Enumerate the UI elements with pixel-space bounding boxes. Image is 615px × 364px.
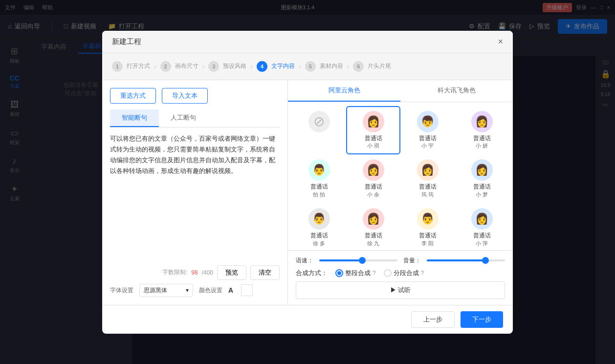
import-text-button[interactable]: 导入文本 [162, 88, 208, 104]
mode-tab-manual[interactable]: 人工断句 [159, 109, 208, 127]
voice-tab-ifly[interactable]: 科大讯飞角色 [400, 80, 513, 102]
modal-close-button[interactable]: × [498, 37, 503, 47]
modal-footer: 上一步 下一步 [102, 305, 513, 334]
char-current: 98 [191, 269, 198, 276]
volume-slider[interactable] [427, 259, 505, 261]
xiaomeng-name: 小 梦 [476, 191, 488, 198]
step-2-num: 2 [160, 61, 171, 72]
new-project-modal: 新建工程 × 1 打开方式 › 2 画布尺寸 › 3 预设风格 › 4 文字内容 [102, 31, 513, 334]
step-arrow-5: › [347, 63, 350, 70]
combine-full-help: ? [373, 270, 376, 277]
liyang-type: 普通话 [419, 232, 437, 240]
step-arrow-4: › [299, 63, 301, 70]
step-4: 4 文字内容 [257, 61, 295, 72]
voice-panel: 阿里云角色 科大讯飞角色 ⊘ 👩 普通话 小 琪 [288, 80, 513, 305]
combine-segment-radio[interactable]: 分段合成 ? [384, 269, 424, 278]
font-label: 字体设置 [110, 286, 133, 295]
combine-segment-help: ? [421, 270, 424, 277]
speed-label: 语速： [296, 257, 313, 265]
voice-tab-ali[interactable]: 阿里云角色 [288, 80, 400, 102]
prev-step-button[interactable]: 上一步 [411, 311, 455, 328]
next-step-button[interactable]: 下一步 [461, 311, 503, 328]
char-max: /400 [202, 269, 213, 276]
xiaomeng-avatar: 👩 [471, 159, 493, 181]
steps-bar: 1 打开方式 › 2 画布尺寸 › 3 预设风格 › 4 文字内容 › 5 素材… [102, 53, 513, 80]
xiaoqi-avatar: 👩 [363, 111, 384, 132]
speed-fill [319, 259, 362, 261]
qiuqiu-name: 筠 筠 [421, 191, 434, 198]
voice-card-xujiu[interactable]: 👩 普通话 徐 九 [346, 203, 400, 250]
step-2-label: 画布尺寸 [175, 62, 198, 70]
step-4-label: 文字内容 [271, 62, 295, 70]
xiaoyu2-type: 普通话 [365, 183, 382, 191]
voice-card-qiuqiu[interactable]: 👩 普通话 筠 筠 [400, 154, 455, 203]
modal-title: 新建工程 [112, 37, 141, 46]
listen-button[interactable]: ▶ 试听 [296, 281, 505, 299]
xujiu-name: 徐 九 [367, 240, 379, 247]
mode-tabs: 智能断句 人工断句 [110, 109, 280, 128]
volume-thumb[interactable] [482, 257, 489, 264]
xiaoping-avatar: 👩 [471, 208, 493, 230]
volume-label: 音量： [403, 257, 421, 265]
color-a-icon: A [228, 286, 233, 294]
step-5-num: 5 [305, 61, 316, 72]
step-6-num: 6 [353, 61, 364, 72]
step-1-label: 打开方式 [127, 62, 150, 70]
qiuqiu-type: 普通话 [419, 183, 437, 191]
reselect-button[interactable]: 重选方式 [110, 88, 156, 104]
preview-text-button[interactable]: 预览 [217, 265, 246, 280]
xiaoyu-type: 普通话 [419, 134, 437, 143]
xiaoyu2-avatar: 👩 [363, 159, 384, 181]
voice-card-xuduo[interactable]: 👨 普通话 徐 多 [292, 203, 346, 250]
step-1: 1 打开方式 [112, 61, 150, 72]
voice-card-xiaoping[interactable]: 👩 普通话 小 萍 [455, 203, 509, 250]
voice-card-xiaoyu[interactable]: 👦 普通话 小 宇 [400, 106, 455, 155]
speed-row: 语速： 音量： [296, 257, 505, 265]
voice-card-paipai[interactable]: 👨 普通话 拍 拍 [292, 154, 346, 203]
font-settings-row: 字体设置 思源黑体 ▾ 颜色设置 A [110, 284, 280, 297]
combine-segment-circle [384, 269, 392, 277]
xiaoqi-type: 普通话 [365, 134, 382, 143]
xiaoqi-name: 小 琪 [367, 142, 379, 150]
xuduo-avatar: 👨 [308, 208, 330, 230]
mode-tab-smart[interactable]: 智能断句 [110, 109, 159, 127]
color-label: 颜色设置 [199, 286, 222, 295]
qiuqiu-avatar: 👩 [417, 159, 439, 181]
voice-grid: ⊘ 👩 普通话 小 琪 👦 普通话 小 宇 👩 [288, 102, 513, 250]
xiaoyan-type: 普通话 [473, 134, 491, 143]
step-arrow-1: › [154, 63, 156, 70]
combine-full-label: 整段合成 [345, 269, 371, 278]
voice-card-xiaoqi[interactable]: 👩 普通话 小 琪 [346, 106, 400, 155]
xiaoping-name: 小 萍 [476, 240, 488, 247]
voice-card-xiaoyan[interactable]: 👩 普通话 小 妍 [455, 106, 509, 155]
xiaoyu-name: 小 宇 [421, 142, 434, 150]
text-panel: 重选方式 导入文本 智能断句 人工断句 可以将您已有的文章（公众号，百家号或者网… [102, 80, 288, 305]
font-select[interactable]: 思源黑体 ▾ [139, 284, 193, 297]
xujiu-type: 普通话 [365, 232, 382, 240]
liyang-avatar: 👨 [417, 208, 439, 230]
step-4-num: 4 [257, 61, 267, 72]
combine-full-radio[interactable]: 整段合成 ? [335, 269, 376, 278]
combine-segment-label: 分段合成 [394, 269, 419, 278]
xuduo-name: 徐 多 [313, 240, 325, 247]
xiaoyan-name: 小 妍 [476, 142, 488, 150]
step-6: 6 片头片尾 [353, 61, 391, 72]
text-editor[interactable]: 可以将您已有的文章（公众号，百家号或者网络文章）一键式转为生动的视频，您只需要简… [110, 133, 280, 261]
liyang-name: 李 阳 [421, 240, 434, 247]
volume-fill [427, 259, 485, 261]
voice-card-disabled[interactable]: ⊘ [292, 106, 346, 155]
speed-slider[interactable] [319, 259, 397, 261]
step-5-label: 素材内容 [320, 62, 343, 70]
voice-card-xiaoyu2[interactable]: 👩 普通话 小 余 [346, 154, 400, 203]
color-picker[interactable] [241, 284, 253, 296]
speed-thumb[interactable] [359, 257, 366, 264]
xiaoyu2-name: 小 余 [367, 191, 379, 198]
clear-text-button[interactable]: 清空 [250, 265, 280, 280]
font-name: 思源黑体 [144, 286, 167, 295]
xiaoyu-avatar: 👦 [417, 111, 439, 132]
char-limit-row: 字数限制: 98 /400 预览 清空 [110, 265, 280, 280]
combine-row: 合成方式： 整段合成 ? 分段合成 ? [296, 269, 505, 278]
step-3: 3 预设风格 [208, 61, 246, 72]
voice-card-xiaomeng[interactable]: 👩 普通话 小 梦 [455, 154, 509, 203]
voice-card-liyang[interactable]: 👨 普通话 李 阳 [400, 203, 455, 250]
